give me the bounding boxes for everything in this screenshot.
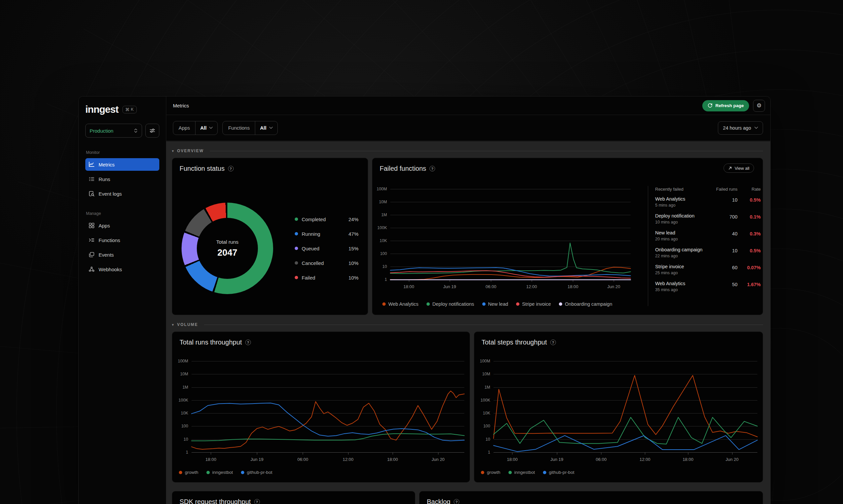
- section-rule: [204, 325, 763, 325]
- time-range-select[interactable]: 24 hours ago: [718, 121, 763, 134]
- view-all-button[interactable]: View all: [724, 163, 754, 173]
- sidebar-item-label: Events: [99, 252, 114, 258]
- sidebar-item-runs[interactable]: Runs: [85, 173, 159, 185]
- sidebar-item-label: Functions: [99, 237, 120, 243]
- settings-button[interactable]: ⚙: [753, 100, 765, 112]
- total_runs-series-svg: [191, 361, 464, 453]
- sliders-icon: [149, 128, 155, 133]
- failed-functions-chart[interactable]: 100M10M1M100K10K10010118:00Jun 1906:0012…: [390, 189, 631, 280]
- legend-dot: [382, 302, 386, 306]
- help-icon[interactable]: ?: [454, 499, 459, 504]
- legend-item-Web Analytics[interactable]: Web Analytics: [382, 301, 418, 307]
- screen: inngest ⌘ K Production: [0, 0, 843, 504]
- x-axis-label: 18:00: [205, 457, 217, 462]
- y-axis-label: 10M: [371, 200, 387, 204]
- running-dot: [295, 232, 298, 235]
- x-axis-tick: [393, 453, 393, 455]
- refresh-page-button[interactable]: Refresh page: [702, 100, 749, 111]
- legend-item-Deploy notifications[interactable]: Deploy notifications: [427, 301, 474, 307]
- y-axis-label: 1M: [172, 385, 188, 390]
- refresh-label: Refresh page: [715, 103, 744, 108]
- series-Deploy notifications: [390, 243, 631, 273]
- x-axis-label: 18:00: [568, 284, 579, 289]
- dashboard-content: ▾ OVERVIEW Function status ? Total runs: [166, 141, 770, 504]
- table-row[interactable]: Stripe invoice25 mins ago 60 0.07%: [655, 264, 761, 275]
- windows-icon: [89, 252, 94, 258]
- sidebar-item-event-logs[interactable]: Event logs: [85, 187, 159, 200]
- legend-item: Running 47%: [295, 230, 358, 238]
- y-axis-label: 100K: [371, 226, 387, 231]
- webhook-icon: [89, 266, 94, 272]
- legend-item-Onboarding campaign[interactable]: Onboarding campaign: [559, 301, 612, 307]
- table-row[interactable]: New lead20 mins ago 40 0.3%: [655, 230, 761, 241]
- legend-item-Stripe invoice[interactable]: Stripe invoice: [516, 301, 551, 307]
- time-range-value: 24 hours ago: [723, 125, 751, 131]
- help-icon[interactable]: ?: [254, 499, 260, 504]
- x-axis-label: Jun 19: [443, 284, 456, 289]
- collapse-chevron-icon[interactable]: ▾: [172, 149, 174, 153]
- legend-item-New lead[interactable]: New lead: [482, 301, 508, 307]
- y-axis-label: 100K: [474, 398, 490, 403]
- sidebar-item-webhooks[interactable]: Webhooks: [85, 263, 159, 275]
- sidebar-item-apps[interactable]: Apps: [85, 219, 159, 232]
- table-row[interactable]: Web Analytics5 mins ago 10 0.5%: [655, 196, 761, 208]
- series-Stripe invoice: [390, 271, 631, 278]
- legend-dot: [427, 302, 430, 306]
- failed_functions-series-svg: [390, 189, 631, 280]
- command-k-shortcut[interactable]: ⌘ K: [122, 106, 137, 113]
- apps-filter[interactable]: Apps All: [173, 121, 218, 135]
- legend-item-github-pr-bot[interactable]: github-pr-bot: [241, 470, 273, 475]
- table-header: Recently failed Failed runs Rate: [655, 187, 761, 192]
- legend-dot: [509, 471, 512, 474]
- series-inngestbot: [191, 434, 464, 441]
- apps-filter-value: All: [200, 125, 206, 131]
- legend-item-growth[interactable]: growth: [481, 470, 500, 475]
- functions-filter[interactable]: Functions All: [222, 121, 277, 135]
- help-icon[interactable]: ?: [429, 166, 435, 172]
- legend-dot: [481, 471, 484, 474]
- legend-dot: [241, 471, 244, 474]
- help-icon[interactable]: ?: [228, 166, 234, 172]
- legend-label: Web Analytics: [388, 301, 418, 307]
- help-icon[interactable]: ?: [245, 340, 251, 345]
- legend-item-inngestbot[interactable]: inngestbot: [509, 470, 535, 475]
- legend-item-github-pr-bot[interactable]: github-pr-bot: [543, 470, 574, 475]
- function-status-legend: Completed 24% Running 47% Queued: [295, 215, 358, 288]
- sidebar: inngest ⌘ K Production: [79, 96, 166, 504]
- external-arrow-icon: [728, 166, 732, 170]
- workspace-select[interactable]: Production: [85, 124, 142, 138]
- queued-dot: [295, 247, 298, 250]
- total-runs-chart[interactable]: 100M10M1M100K10K10010118:00Jun 1906:0012…: [191, 361, 464, 453]
- y-axis-label: 100: [474, 424, 490, 429]
- card-title: Function status: [179, 165, 225, 173]
- filter-bar: Apps All Functions All: [166, 115, 770, 141]
- y-axis-label: 10M: [172, 372, 188, 377]
- legend-label: growth: [487, 470, 500, 475]
- x-axis-tick: [601, 453, 601, 455]
- chevron-down-icon: [754, 127, 758, 129]
- help-icon[interactable]: ?: [550, 340, 556, 345]
- total-steps-chart[interactable]: 100M10M1M100K10K10010118:00Jun 1906:0012…: [494, 361, 757, 453]
- failed-dot: [295, 276, 298, 279]
- x-axis-label: 12:00: [639, 457, 651, 462]
- table-row[interactable]: Deploy notification10 mins ago 700 0.1%: [655, 213, 761, 224]
- card-divider: [648, 186, 648, 306]
- y-axis-label: 100M: [371, 187, 387, 192]
- env-filter-button[interactable]: [145, 124, 159, 138]
- sidebar-item-events[interactable]: Events: [85, 248, 159, 261]
- y-axis-label: 1M: [371, 213, 387, 217]
- topbar: Metrics Refresh page ⚙: [166, 96, 770, 115]
- x-axis-label: 18:00: [387, 457, 398, 462]
- donut-center-value: 2047: [218, 248, 237, 258]
- inngest-logo: inngest: [85, 105, 119, 114]
- x-axis-tick: [211, 453, 211, 455]
- y-axis-label: 100M: [474, 359, 490, 364]
- legend-item-growth[interactable]: growth: [179, 470, 199, 475]
- sidebar-item-metrics[interactable]: Metrics: [85, 158, 159, 171]
- table-row[interactable]: Onboarding campaign22 mins ago 10 0.5%: [655, 247, 761, 258]
- table-row[interactable]: Web Analytics35 mins ago 50 1.67%: [655, 281, 761, 292]
- collapse-chevron-icon[interactable]: ▾: [172, 323, 174, 327]
- legend-dot: [206, 471, 210, 474]
- sidebar-item-functions[interactable]: Functions: [85, 234, 159, 246]
- legend-item-inngestbot[interactable]: inngestbot: [206, 470, 233, 475]
